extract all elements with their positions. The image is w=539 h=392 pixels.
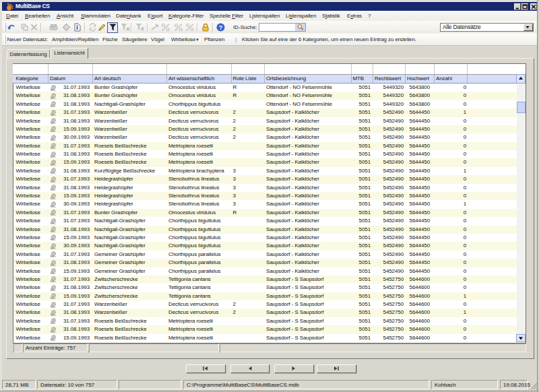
svg-text:?: ? [219, 24, 223, 31]
